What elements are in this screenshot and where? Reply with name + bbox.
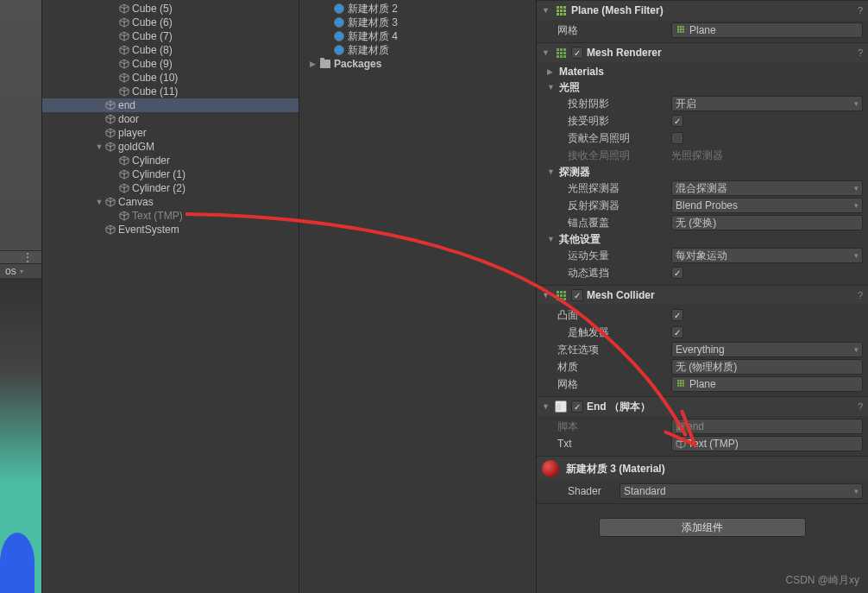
collider-material-label: 材质: [542, 360, 671, 375]
hierarchy-item[interactable]: Cylinder (1): [42, 167, 299, 181]
hierarchy-item-label: Cylinder: [132, 155, 170, 167]
gameobject-icon: [104, 196, 116, 208]
receive-shadows-checkbox[interactable]: [671, 115, 683, 127]
hierarchy-item[interactable]: Cube (5): [42, 2, 299, 16]
hierarchy-item[interactable]: Cube (8): [42, 43, 299, 57]
motion-dropdown[interactable]: 每对象运动: [671, 248, 863, 263]
cast-shadows-dropdown[interactable]: 开启: [671, 96, 863, 111]
gizmo-toolbar[interactable]: ⋮: [0, 250, 41, 264]
trigger-label: 是触发器: [542, 325, 671, 340]
materials-subheader[interactable]: ▶Materials: [542, 64, 863, 79]
hierarchy-item[interactable]: door: [42, 112, 299, 126]
hierarchy-list[interactable]: Cube (5)Cube (6)Cube (7)Cube (8)Cube (9)…: [42, 0, 299, 593]
expand-toggle-icon[interactable]: ▼: [94, 198, 104, 206]
shader-dropdown[interactable]: Standard: [620, 483, 863, 499]
trigger-checkbox[interactable]: [671, 326, 683, 338]
gameobject-icon: [118, 44, 130, 56]
additional-subheader[interactable]: ▼其他设置: [542, 231, 863, 247]
collider-material-field[interactable]: 无 (物理材质): [671, 359, 863, 375]
mesh-filter-component: ▼ Plane (Mesh Filter) ? 网格 Plane: [537, 0, 868, 42]
add-component-button[interactable]: 添加组件: [599, 518, 806, 537]
probes-subheader[interactable]: ▼探测器: [542, 164, 863, 180]
collapse-toggle-icon[interactable]: ▼: [542, 291, 550, 300]
mesh-collider-enable-checkbox[interactable]: [571, 289, 583, 301]
hierarchy-item[interactable]: Cylinder: [42, 154, 299, 167]
hierarchy-item[interactable]: Cube (11): [42, 85, 299, 98]
cooking-label: 烹饪选项: [542, 343, 671, 357]
collapse-toggle-icon[interactable]: ▼: [542, 6, 550, 15]
motion-label: 运动矢量: [542, 249, 671, 263]
hierarchy-item[interactable]: Cube (6): [42, 16, 299, 29]
end-script-enable-checkbox[interactable]: [571, 401, 583, 413]
global-illum-checkbox[interactable]: [671, 132, 683, 144]
help-icon[interactable]: ?: [858, 290, 863, 300]
material-label: 新建材质 3: [348, 16, 398, 30]
hierarchy-item[interactable]: Cube (9): [42, 57, 299, 71]
expand-toggle-icon[interactable]: ▼: [94, 142, 104, 151]
collider-mesh-field[interactable]: Plane: [671, 376, 863, 392]
material-title: 新建材质 3 (Material): [566, 462, 863, 476]
mesh-renderer-title: Mesh Renderer: [587, 47, 854, 59]
material-component: 新建材质 3 (Material) Shader Standard: [537, 456, 868, 503]
gameobject-icon: [104, 99, 116, 111]
hierarchy-item[interactable]: player: [42, 126, 299, 140]
hierarchy-item[interactable]: ▼Canvas: [42, 195, 299, 209]
dynamic-occ-label: 动态遮挡: [542, 266, 671, 281]
hierarchy-item[interactable]: EventSystem: [42, 223, 299, 237]
lighting-subheader[interactable]: ▼光照: [542, 79, 863, 95]
mesh-label: 网格: [542, 23, 671, 38]
collapse-toggle-icon[interactable]: ▼: [542, 402, 550, 411]
hierarchy-item-label: Cube (11): [132, 85, 178, 98]
gameobject-icon: [118, 30, 130, 42]
project-material-item[interactable]: 新建材质: [299, 43, 536, 57]
reflection-probes-dropdown[interactable]: Blend Probes: [671, 198, 863, 213]
cooking-dropdown[interactable]: Everything: [671, 342, 863, 357]
anchor-field[interactable]: 无 (变换): [671, 215, 863, 230]
gameobject-icon: [118, 155, 130, 167]
mesh-renderer-header[interactable]: ▼ Mesh Renderer ?: [537, 43, 868, 62]
packages-label: Packages: [334, 58, 381, 70]
help-icon[interactable]: ?: [858, 401, 863, 412]
light-probes-dropdown[interactable]: 混合探测器: [671, 180, 863, 196]
hierarchy-item-label: door: [118, 113, 139, 125]
cast-shadows-label: 投射阴影: [542, 97, 671, 111]
help-icon[interactable]: ?: [858, 5, 863, 16]
gameobject-icon: [118, 72, 130, 84]
project-list[interactable]: 新建材质 2新建材质 3新建材质 4新建材质 ▶ Packages: [299, 0, 536, 71]
dynamic-occ-checkbox[interactable]: [671, 267, 683, 279]
hierarchy-item[interactable]: Cylinder (2): [42, 181, 299, 195]
gizmo-dropdown[interactable]: os ▾: [0, 264, 41, 278]
left-viewport-column: ⋮ os ▾: [0, 0, 42, 593]
project-material-item[interactable]: 新建材质 4: [299, 29, 536, 43]
gameobject-icon: [104, 127, 116, 139]
gizmo-menu-icon[interactable]: ⋮: [22, 251, 33, 263]
collapse-toggle-icon[interactable]: ▼: [542, 48, 550, 57]
script-field[interactable]: ▣end: [671, 419, 863, 434]
help-icon[interactable]: ?: [858, 47, 863, 58]
material-header[interactable]: 新建材质 3 (Material): [537, 457, 868, 481]
packages-folder[interactable]: ▶ Packages: [299, 57, 536, 71]
hierarchy-item[interactable]: Cube (7): [42, 29, 299, 43]
game-view-preview[interactable]: [0, 278, 41, 593]
mesh-renderer-enable-checkbox[interactable]: [571, 47, 583, 59]
hierarchy-item[interactable]: ▼goldGM: [42, 140, 299, 154]
global-illum-label: 贡献全局照明: [542, 131, 671, 146]
scene-view-preview[interactable]: [0, 0, 41, 250]
txt-field[interactable]: Text (TMP): [671, 436, 863, 451]
project-material-item[interactable]: 新建材质 3: [299, 16, 536, 29]
hierarchy-item-label: end: [118, 99, 135, 111]
hierarchy-item[interactable]: end: [42, 98, 299, 112]
mesh-field[interactable]: Plane: [671, 22, 863, 38]
hierarchy-item[interactable]: Text (TMP): [42, 209, 299, 223]
convex-checkbox[interactable]: [671, 309, 683, 321]
folder-toggle-icon[interactable]: ▶: [310, 60, 320, 68]
shader-label: Shader: [568, 485, 620, 497]
mesh-collider-header[interactable]: ▼ Mesh Collider ?: [537, 286, 868, 305]
mesh-collider-component: ▼ Mesh Collider ? 凸面 是触发器 烹饪选项Everything…: [537, 285, 868, 396]
project-material-item[interactable]: 新建材质 2: [299, 2, 536, 16]
collider-mesh-label: 网格: [542, 377, 671, 392]
end-script-header[interactable]: ▼ # End （脚本） ?: [537, 397, 868, 416]
mesh-collider-title: Mesh Collider: [587, 289, 854, 301]
hierarchy-item[interactable]: Cube (10): [42, 71, 299, 85]
mesh-filter-header[interactable]: ▼ Plane (Mesh Filter) ?: [537, 1, 868, 20]
